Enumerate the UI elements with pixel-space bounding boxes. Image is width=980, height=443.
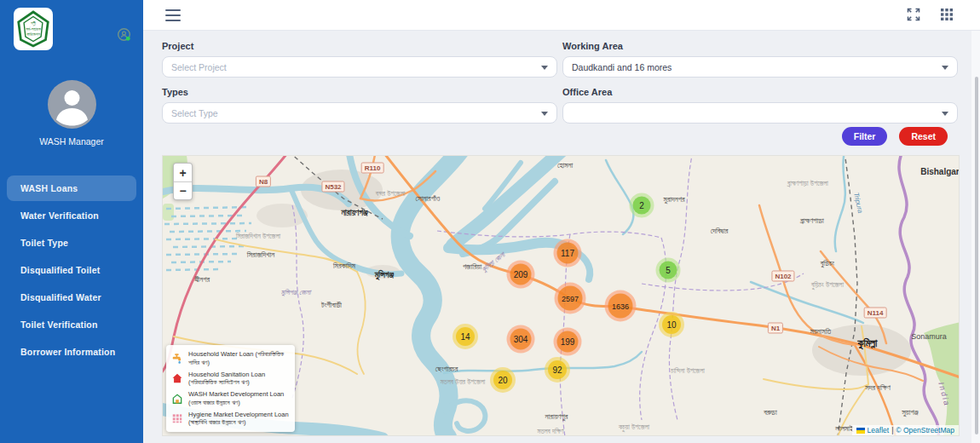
osm-link[interactable]: © OpenStreetMap (896, 426, 954, 434)
house-icon (171, 372, 183, 384)
working-area-field: Working Area Daudkandi and 16 mores (562, 41, 958, 78)
types-select[interactable]: Select Type (162, 102, 557, 124)
apps-grid-icon[interactable] (941, 9, 953, 24)
chevron-down-icon (942, 112, 948, 116)
project-select[interactable]: Select Project (162, 56, 557, 78)
scrollbar-thumb[interactable] (975, 77, 978, 434)
legend-item: Household Water Loan (পরিবারভিত্তিক পানি… (171, 350, 290, 367)
sidebar-menu: WASH LoansWater VerificationToilet TypeD… (0, 175, 143, 365)
svg-text:কর্ম-সহায়ক: কর্ম-সহায়ক (25, 26, 41, 32)
sidebar: পল্লী কর্ম-সহায়ক ফাউন্ডেশন (0, 0, 143, 443)
sidebar-item-borrower-information[interactable]: Borrower Information (7, 339, 136, 365)
legend-item: Household Sanitation Loan (পরিবারভিত্তিক… (171, 371, 290, 388)
leaflet-link[interactable]: Leaflet (868, 426, 890, 434)
reset-button[interactable]: Reset (899, 127, 948, 146)
sidebar-item-toilet-verification[interactable]: Toilet Verification (7, 312, 136, 337)
main-area: Project Select Project Working Area Daud… (143, 0, 980, 443)
chevron-down-icon (541, 66, 548, 70)
filter-actions: Filter Reset (842, 127, 948, 146)
cluster-marker[interactable]: 117 (554, 239, 582, 268)
cluster-marker[interactable]: 1636 (605, 291, 637, 322)
cluster-marker[interactable]: 2 (630, 193, 654, 218)
cluster-marker[interactable]: 2597 (555, 283, 586, 314)
cluster-marker[interactable]: 5 (656, 258, 681, 283)
types-label: Types (162, 87, 557, 97)
attribution-separator: | (891, 426, 893, 434)
app-root: পল্লী কর্ম-সহায়ক ফাউন্ডেশন (0, 0, 980, 443)
map[interactable]: নারায়ণগঞ্জমুন্সিগঞ্জBishalgarhকুমিল্লাস… (162, 155, 960, 436)
sidebar-item-disqualified-water[interactable]: Disqualified Water (7, 285, 136, 310)
hamburger-menu-icon[interactable] (165, 9, 181, 21)
ukraine-flag-icon (856, 428, 865, 434)
org-logo[interactable]: পল্লী কর্ম-সহায়ক ফাউন্ডেশন (14, 8, 53, 50)
topbar-actions (907, 8, 953, 25)
page-content: Project Select Project Working Area Daud… (143, 31, 971, 443)
market-house-icon (171, 393, 183, 405)
zoom-control: + − (173, 163, 193, 200)
legend-item: WASH Market Development Loan (ওয়াস বাজা… (171, 390, 290, 407)
types-field: Types Select Type (162, 87, 557, 124)
working-area-select[interactable]: Daudkandi and 16 mores (562, 56, 958, 78)
working-area-label: Working Area (562, 41, 958, 51)
avatar (48, 80, 96, 129)
project-field: Project Select Project (162, 41, 557, 78)
map-attribution: Leaflet | © OpenStreetMap (852, 425, 959, 435)
cluster-marker[interactable]: 14 (453, 324, 478, 349)
user-profile: WASH Manager (0, 80, 143, 147)
office-area-field: Office Area (562, 87, 958, 124)
topbar (143, 0, 980, 31)
legend-item: Hygiene Market Development Loan (স্বাস্থ… (171, 411, 290, 428)
cluster-marker[interactable]: 304 (507, 325, 535, 354)
filter-button[interactable]: Filter (842, 127, 888, 146)
zoom-out-button[interactable]: − (174, 181, 192, 199)
chevron-down-icon (942, 66, 948, 70)
page-scrollbar (971, 31, 980, 443)
office-area-select[interactable] (562, 102, 958, 124)
sidebar-item-toilet-type[interactable]: Toilet Type (7, 230, 136, 256)
hygiene-grid-icon (171, 412, 183, 424)
sidebar-item-wash-loans[interactable]: WASH Loans (7, 175, 136, 201)
pksf-emblem-icon: পল্লী কর্ম-সহায়ক ফাউন্ডেশন (16, 10, 50, 48)
svg-text:ফাউন্ডেশন: ফাউন্ডেশন (26, 32, 41, 37)
cluster-marker[interactable]: 10 (659, 312, 684, 337)
cluster-marker[interactable]: 199 (554, 328, 582, 356)
cluster-marker[interactable]: 209 (507, 261, 535, 289)
user-status-icon[interactable] (117, 27, 131, 42)
zoom-in-button[interactable]: + (174, 164, 192, 181)
cluster-marker[interactable]: 20 (490, 367, 516, 393)
cluster-marker[interactable]: 92 (545, 357, 570, 383)
office-area-label: Office Area (562, 87, 958, 97)
sidebar-item-water-verification[interactable]: Water Verification (7, 203, 136, 228)
map-legend: Household Water Loan (পরিবারভিত্তিক পানি… (166, 345, 295, 432)
fullscreen-icon[interactable] (907, 8, 920, 25)
sidebar-header: পল্লী কর্ম-সহায়ক ফাউন্ডেশন (0, 0, 143, 53)
user-name: WASH Manager (0, 136, 143, 147)
sidebar-item-disqualified-toilet[interactable]: Disqualified Toilet (7, 257, 136, 283)
filters-panel: Project Select Project Working Area Daud… (162, 41, 958, 124)
project-label: Project (162, 41, 557, 51)
chevron-down-icon (541, 112, 548, 116)
faucet-icon (171, 353, 183, 365)
